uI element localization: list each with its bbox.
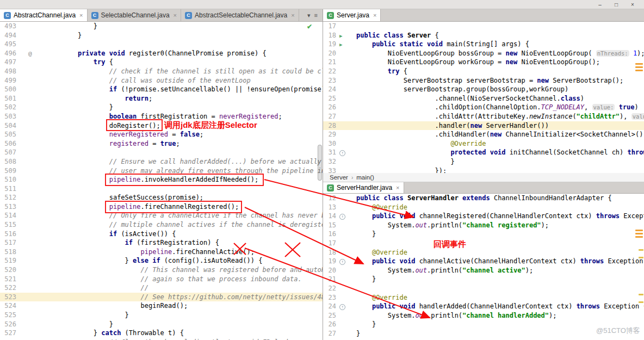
code-line[interactable]: 513 pipeline.fireChannelRegistered();	[0, 202, 323, 212]
code-line[interactable]: 521 // again so that we process inbound …	[0, 275, 323, 284]
minimize-button[interactable]: –	[592, 0, 608, 9]
code-line[interactable]: // Close the channel directly to avoid F…	[0, 338, 323, 340]
code-line[interactable]: 24 serverBootstrap.group(bossGroup,workG…	[323, 85, 644, 94]
code-line[interactable]: 526 }	[0, 320, 323, 329]
code-line[interactable]: 506 registered = true;	[0, 139, 323, 149]
code-line[interactable]: 22	[323, 284, 644, 293]
code-line[interactable]: 28 .handler(new ServerHandler())	[323, 121, 644, 131]
code-line[interactable]: 518 pipeline.fireChannelActive();	[0, 248, 323, 257]
code-line[interactable]: 494 }	[0, 31, 323, 40]
code-line[interactable]: 516 if (isActive()) {	[0, 230, 323, 239]
code-line[interactable]: 18 @Override	[323, 248, 644, 257]
code-line[interactable]: 25 .channel(NioServerSocketChannel.class…	[323, 94, 644, 103]
inspection-ok-icon[interactable]: ✔	[307, 23, 312, 30]
code-line[interactable]: 503 boolean firstRegistration = neverReg…	[0, 112, 323, 121]
code-line[interactable]: 32 }	[323, 157, 644, 166]
code-line[interactable]: 25 System.out.println("channel handlerAd…	[323, 311, 644, 320]
warning-stripe-tick[interactable]	[639, 249, 643, 251]
code-line[interactable]: 14↑ public void channelRegistered(Channe…	[323, 212, 644, 221]
code-line[interactable]: 19▶ public static void main(String[] arg…	[323, 40, 644, 49]
override-method-icon[interactable]: ↑	[336, 212, 356, 221]
code-line[interactable]: 15 System.out.println("channel registere…	[323, 221, 644, 230]
code-line[interactable]: 523 // See https://github.com/netty/nett…	[0, 293, 323, 302]
code-line[interactable]: 26 .childOption(ChannelOption.TCP_NODELA…	[323, 103, 644, 112]
warning-stripe-tick[interactable]	[639, 294, 643, 295]
code-line[interactable]: 19↑ public void channelActive(ChannelHan…	[323, 257, 644, 266]
close-button[interactable]: ×	[624, 0, 641, 9]
code-line[interactable]: 520 // This channel was registered befor…	[0, 265, 323, 275]
tab-list-icon[interactable]: ≡	[314, 12, 318, 18]
code-line[interactable]: 527 } catch (Throwable t) {	[0, 329, 323, 338]
code-line[interactable]: 500 if (!promise.setUncancellable() || !…	[0, 85, 323, 94]
code-line[interactable]: 18▶public class Server {	[323, 31, 644, 40]
code-line[interactable]: 522 //	[0, 283, 323, 293]
editor-tab[interactable]: CAbstractChannel.java×	[0, 9, 88, 21]
code-line[interactable]: 23 ServerBootstrap serverBootstrap = new…	[323, 76, 644, 85]
editor-tab[interactable]: CAbstractSelectableChannel.java×	[181, 9, 299, 21]
override-method-icon[interactable]: ↑	[336, 148, 356, 157]
code-line[interactable]: 519 } else if (config().isAutoRead()) {	[0, 256, 323, 265]
code-line[interactable]: 13 @Override	[323, 203, 644, 212]
run-icon[interactable]: ▶	[336, 31, 356, 40]
code-line[interactable]: 511	[0, 184, 323, 194]
code-line[interactable]: 20 System.out.println("channel active");	[323, 266, 644, 275]
code-line[interactable]: 21 NioEventLoopGroup workGroup = new Nio…	[323, 58, 644, 67]
code-line[interactable]: 24↑ public void handlerAdded(ChannelHand…	[323, 302, 644, 311]
run-icon[interactable]: ▶	[336, 40, 356, 49]
code-line[interactable]: 31↑ protected void initChannel(SocketCha…	[323, 148, 644, 157]
warnings-indicator-top[interactable]	[635, 63, 643, 73]
code-line[interactable]: 16 }	[323, 230, 644, 239]
code-line[interactable]: 497 try {	[0, 58, 323, 67]
code-line[interactable]: 502 }	[0, 103, 323, 112]
code-line[interactable]: 21 }	[323, 275, 644, 284]
code-line[interactable]: 17	[323, 22, 644, 31]
editor-tab[interactable]: CSelectableChannel.java×	[88, 9, 182, 21]
code-line[interactable]: 498 // check if the channel is still ope…	[0, 67, 323, 76]
chevron-down-icon[interactable]: ▾	[307, 12, 311, 19]
code-line[interactable]: 17	[323, 239, 644, 248]
tab-close-icon[interactable]: ×	[373, 12, 376, 18]
code-line[interactable]: 30 @Override	[323, 139, 644, 149]
warnings-indicator-bottom[interactable]	[635, 230, 643, 239]
code-line[interactable]: 525 }	[0, 311, 323, 320]
override-method-icon[interactable]: ↑	[336, 257, 356, 266]
code-line[interactable]: 517 if (firstRegistration) {	[0, 238, 323, 248]
tab-close-icon[interactable]: ×	[396, 184, 399, 191]
annotation-gutter-icon[interactable]: @	[16, 49, 62, 58]
code-line[interactable]: 512 safeSetSuccess(promise);	[0, 193, 323, 202]
code-line[interactable]: 501 return;	[0, 94, 323, 103]
code-line[interactable]: 20 NioEventLoopGroup bossGroup = new Nio…	[323, 49, 644, 58]
code-line[interactable]: 510 pipeline.invokeHandlerAddedIfNeeded(…	[0, 175, 323, 184]
breadcrumb-item-class[interactable]: Server	[330, 174, 348, 181]
tab-close-icon[interactable]: ×	[79, 12, 83, 18]
warning-stripe-tick[interactable]	[639, 257, 643, 258]
code-line[interactable]: 12public class ServerHandler extends Cha…	[323, 194, 644, 203]
override-method-icon[interactable]: ↑	[336, 302, 356, 311]
code-line[interactable]: 29 .childHandler(new ChannelInitializer<…	[323, 130, 644, 139]
code-line[interactable]: 496@ private void register0(ChannelPromi…	[0, 49, 323, 58]
breadcrumb-item-method[interactable]: main()	[356, 174, 374, 181]
editor-tab[interactable]: CServerHandler.java×	[323, 182, 404, 193]
code-line[interactable]: 508 // Ensure we call handlerAdded(...) …	[0, 157, 323, 166]
code-line[interactable]: 514 // Only fire a channelActive if the …	[0, 211, 323, 220]
tab-close-icon[interactable]: ×	[291, 12, 294, 18]
editor-tab[interactable]: CServer.java×	[323, 9, 381, 21]
code-line[interactable]: 505 neverRegistered = false;	[0, 130, 323, 139]
tab-close-icon[interactable]: ×	[174, 12, 177, 18]
code-line[interactable]: 22 try {	[323, 67, 644, 76]
code-line[interactable]: 33 });	[323, 166, 644, 174]
code-line[interactable]: 493 }	[0, 22, 323, 31]
code-line[interactable]: 495	[0, 40, 323, 49]
maximize-button[interactable]: □	[608, 0, 624, 9]
code-line[interactable]: 515 // multiple channel actives if the c…	[0, 220, 323, 230]
code-line[interactable]: 509 // user may already fire events thro…	[0, 166, 323, 176]
code-line[interactable]: 23 @Override	[323, 293, 644, 302]
code-line[interactable]: 524 beginRead();	[0, 301, 323, 311]
warning-stripe-tick[interactable]	[639, 301, 643, 303]
code-line[interactable]: 27 .childAttr(AttributeKey.newInstance("…	[323, 112, 644, 121]
code-line[interactable]: 499 // call was outside of the eventLoop	[0, 76, 323, 85]
code-line[interactable]: 504 doRegister();	[0, 121, 323, 131]
code-line[interactable]: 507	[0, 148, 323, 157]
scrollbar-thumb[interactable]	[318, 145, 322, 181]
pane-splitter[interactable]	[323, 9, 323, 340]
